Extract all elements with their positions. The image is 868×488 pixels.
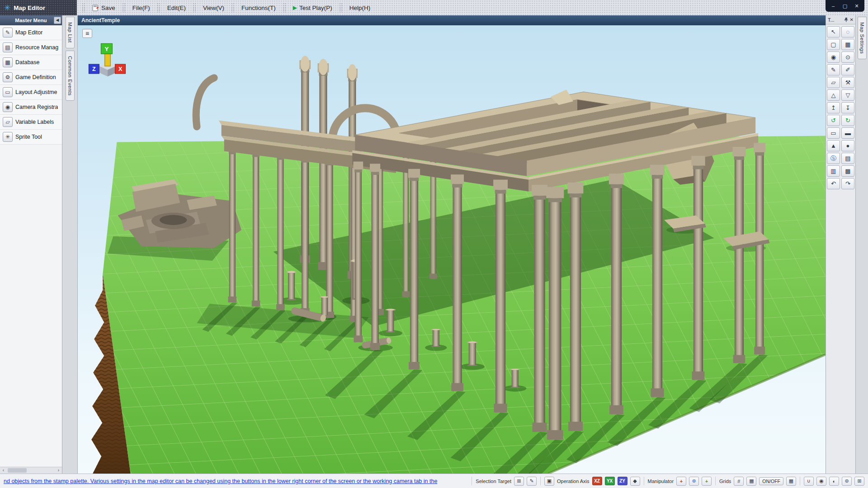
grid-snap-button[interactable]: # [734, 477, 744, 486]
sidebar-item-variable-labels[interactable]: ▱ Variable Labels [0, 115, 62, 130]
camera-view-tool-button[interactable]: ◉ [827, 52, 840, 63]
sidebar-item-resource-manager[interactable]: ▤ Resource Manag [0, 40, 62, 55]
viewport: AncientTemple [78, 15, 826, 474]
menu-separator [122, 3, 126, 13]
grid-extra-button[interactable]: ▦ [786, 477, 796, 486]
palette-tool-button[interactable]: ◉ [816, 477, 826, 486]
axis-diamond-button[interactable]: ◆ [630, 477, 640, 486]
manipulator-scale-button[interactable]: + [702, 477, 712, 486]
menu-view[interactable]: View(V) [198, 3, 229, 13]
pin-icon[interactable] [844, 17, 849, 22]
menu-functions[interactable]: Functions(T) [237, 3, 280, 13]
viewport-scene[interactable]: ≡ Y Z X [78, 25, 826, 474]
delete-tool-button[interactable]: ▩ [841, 165, 854, 177]
maximize-button[interactable]: ▢ [839, 0, 851, 12]
horizontal-scrollbar[interactable]: ‹ › [0, 467, 62, 474]
menu-help[interactable]: Help(H) [345, 3, 375, 13]
close-panel-icon[interactable]: ✕ [850, 17, 854, 22]
sidebar-item-label: Variable Labels [15, 119, 54, 125]
minimize-button[interactable]: – [827, 0, 839, 12]
rotate-right-tool-button[interactable]: ↻ [841, 115, 854, 126]
collapse-panel-button[interactable]: ◀ [54, 17, 61, 24]
menu-grip [82, 3, 85, 13]
sidebar-item-database[interactable]: ▦ Database [0, 55, 62, 70]
eraser-tool-button[interactable]: ▱ [827, 77, 840, 88]
scrollbar-thumb[interactable] [8, 468, 27, 473]
3d-scene[interactable] [78, 25, 826, 474]
sidebar-item-game-definition[interactable]: ⚙ Game Definition [0, 70, 62, 85]
rect-select-tool-button[interactable]: ▢ [827, 39, 840, 50]
redo-tool-button[interactable]: ↷ [841, 178, 854, 189]
sidebar-item-label: Sprite Tool [15, 134, 42, 140]
select-tool-button[interactable]: ↖ [827, 26, 840, 38]
pen-tool-button[interactable]: ✐ [841, 64, 854, 75]
axis-xz-button[interactable]: XZ [592, 477, 602, 485]
save-label: Save [101, 5, 115, 11]
tab-map-settings[interactable]: Map Settings [858, 17, 867, 59]
sidebar-item-camera-registration[interactable]: ◉ Camera Registra [0, 100, 62, 115]
viewport-menu-button[interactable]: ≡ [82, 29, 92, 38]
menu-test-play[interactable]: ▶ Test Play(P) [288, 3, 337, 13]
right-tab-strip: Map Settings [855, 15, 868, 474]
sphere-tool-button[interactable]: ● [841, 140, 854, 151]
scroll-left-button[interactable]: ‹ [0, 467, 7, 474]
sidebar-item-map-editor[interactable]: ✎ Map Editor [0, 25, 62, 40]
triangle-tool-button[interactable]: ▲ [827, 140, 840, 151]
sidebar-item-layout-adjustment[interactable]: ▭ Layout Adjustme [0, 85, 62, 100]
render-tool-button[interactable]: ⊚ [842, 477, 852, 486]
slope-up-tool-button[interactable]: △ [827, 89, 840, 101]
capture-tool-button[interactable]: ⊞ [854, 477, 864, 486]
raise-terrain-tool-button[interactable]: ↥ [827, 102, 840, 113]
rotate-left-tool-button[interactable]: ↺ [827, 115, 840, 126]
axis-z-cube[interactable]: Z [89, 64, 99, 74]
copy-tool-button[interactable]: ▤ [841, 153, 854, 164]
viewport-title: AncientTemple [81, 17, 120, 23]
undo-tool-button[interactable]: ↶ [827, 178, 840, 189]
lasso-tool-button[interactable]: ◌ [841, 26, 854, 38]
plane-tool-button[interactable]: ▭ [827, 127, 840, 139]
magnet-tool-button[interactable]: ∪ [804, 477, 814, 486]
map-editor-icon: ✎ [3, 28, 13, 38]
block-tool-button[interactable]: ▬ [841, 127, 854, 139]
scroll-right-button[interactable]: › [55, 467, 62, 474]
menu-file[interactable]: File(F) [128, 3, 155, 13]
axis-yx-button[interactable]: YX [605, 477, 615, 485]
tab-map-list[interactable]: Map List [66, 17, 75, 48]
menu-separator [283, 3, 286, 13]
selection-grid-button[interactable]: ⊞ [514, 477, 524, 486]
save-button[interactable]: Save [88, 3, 120, 13]
manipulator-globe-button[interactable]: ⊕ [689, 477, 699, 486]
master-menu-panel: Master Menu ◀ ✎ Map Editor ▤ Resource Ma… [0, 15, 62, 474]
light-tool-button[interactable]: ◐ [829, 477, 839, 486]
focus-tool-button[interactable]: ⊙ [841, 52, 854, 63]
status-bar: nd objects from the stamp palette. Vario… [0, 474, 868, 488]
grid-fill-tool-button[interactable]: ▦ [841, 39, 854, 50]
event-tool-button[interactable]: Ⓢ [827, 153, 840, 164]
manipulator-move-button[interactable]: + [676, 477, 686, 486]
menu-separator [157, 3, 160, 13]
scrollbar-track[interactable] [7, 467, 55, 474]
grid-display-button[interactable]: ▦ [746, 477, 756, 486]
menu-edit[interactable]: Edit(E) [163, 3, 190, 13]
axis-gizmo[interactable]: Y Z X [84, 42, 131, 84]
slope-down-tool-button[interactable]: ▽ [841, 89, 854, 101]
axis-y-cube[interactable]: Y [101, 43, 112, 54]
pencil-tool-button[interactable]: ✎ [827, 64, 840, 75]
axis-zy-button[interactable]: ZY [618, 477, 627, 485]
hammer-tool-button[interactable]: ⚒ [841, 77, 854, 88]
title-bar: ✳ Map Editor Save File(F) Edit(E) View(V… [0, 0, 868, 15]
paste-tool-button[interactable]: ▥ [827, 165, 840, 177]
menu-bar: Save File(F) Edit(E) View(V) Functions(T… [77, 0, 375, 15]
selection-edit-button[interactable]: ✎ [527, 477, 537, 486]
stamp-mode-button[interactable]: ▣ [544, 477, 554, 486]
lower-terrain-tool-button[interactable]: ↧ [841, 102, 854, 113]
sidebar-item-sprite-tool[interactable]: ✳ Sprite Tool [0, 130, 62, 145]
resource-manager-icon: ▤ [3, 42, 13, 52]
axis-x-cube[interactable]: X [115, 64, 126, 74]
viewport-title-bar[interactable]: AncientTemple [78, 15, 826, 25]
left-tab-strip: Map List Common Events [62, 15, 78, 474]
sidebar-item-label: Map Editor [15, 29, 42, 36]
grid-onoff-button[interactable]: ON/OFF [759, 477, 783, 485]
close-button[interactable]: ✕ [851, 0, 863, 12]
tab-common-events[interactable]: Common Events [66, 51, 75, 101]
